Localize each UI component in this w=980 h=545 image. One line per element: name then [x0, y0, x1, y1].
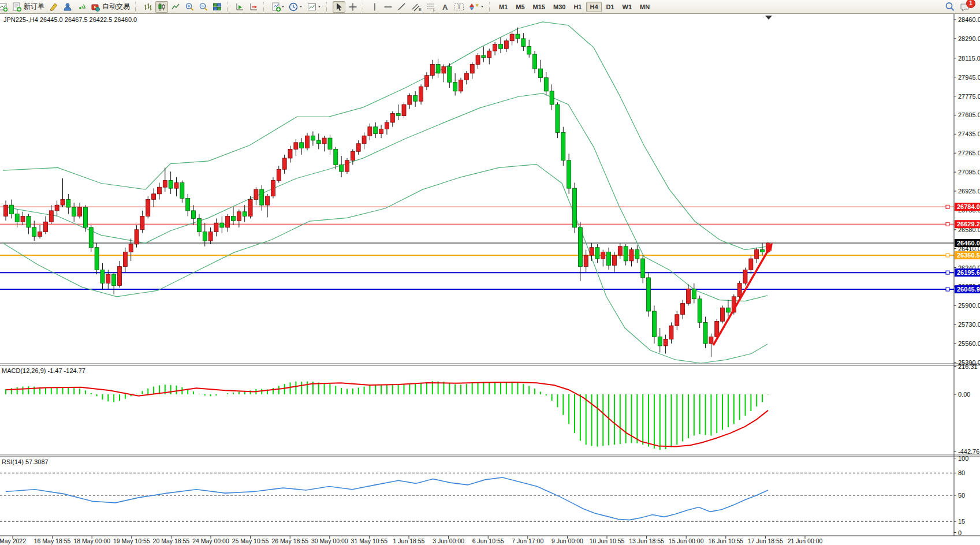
indicators-icon: [271, 2, 284, 12]
trendline-icon: [397, 2, 407, 12]
timeframe-MN[interactable]: MN: [636, 2, 653, 12]
crosshair-button[interactable]: [346, 1, 359, 13]
candle: [100, 270, 105, 283]
candle: [340, 165, 344, 172]
bars-chart-icon: [143, 2, 152, 12]
candle: [271, 181, 275, 196]
autotrading-label: 自动交易: [102, 2, 130, 12]
horizontal-line-icon: [383, 2, 393, 12]
signals-icon: [77, 2, 86, 12]
candle: [197, 218, 201, 232]
arrows-button[interactable]: [467, 1, 486, 13]
timeframe-H4[interactable]: H4: [586, 2, 601, 12]
candle: [78, 207, 82, 216]
toolbar-separator: [263, 2, 267, 12]
search-button[interactable]: [943, 1, 957, 13]
candle: [226, 216, 230, 227]
timeframe-M30[interactable]: M30: [550, 2, 569, 12]
timeframe-M15[interactable]: M15: [530, 2, 549, 12]
candle: [408, 96, 412, 104]
candle: [311, 136, 315, 140]
new-order-icon: [12, 2, 21, 12]
candle: [214, 223, 218, 232]
new-chart-button[interactable]: [0, 1, 9, 13]
candle: [32, 227, 36, 236]
line-chart-icon: [171, 2, 180, 12]
candle: [305, 136, 310, 148]
vertical-line-icon: [371, 2, 379, 12]
notifications-button[interactable]: 1: [958, 1, 972, 13]
zoom-in-button[interactable]: [183, 1, 196, 13]
cursor-button[interactable]: [333, 1, 345, 13]
terminal-button[interactable]: [61, 1, 74, 13]
candle: [180, 182, 184, 198]
channel-button[interactable]: E: [409, 1, 423, 13]
price-axis[interactable]: [954, 14, 980, 536]
candle: [72, 207, 76, 216]
zoom-out-button[interactable]: [197, 1, 210, 13]
indicators-button[interactable]: [270, 1, 286, 13]
chart-shift-icon: [249, 2, 258, 12]
candles-chart-icon: [157, 2, 166, 12]
candle: [362, 136, 366, 144]
vertical-line-button[interactable]: [369, 1, 381, 13]
candle: [726, 308, 730, 312]
candle: [243, 212, 247, 216]
periods-button[interactable]: [287, 1, 304, 13]
timeframe-D1[interactable]: D1: [603, 2, 618, 12]
text-label-button[interactable]: T: [452, 1, 466, 13]
timeframe-H1[interactable]: H1: [570, 2, 585, 12]
candle: [140, 216, 144, 230]
line-chart-button[interactable]: [169, 1, 182, 13]
metaeditor-button[interactable]: [47, 1, 60, 13]
candle: [402, 104, 406, 115]
candles-chart-button[interactable]: [155, 1, 168, 13]
candle: [624, 247, 628, 261]
macd-label: MACD(12,26,9) -1.47 -124.77: [2, 367, 85, 374]
candle: [521, 39, 526, 47]
candle: [755, 250, 759, 259]
candle: [27, 216, 31, 227]
candle: [482, 55, 486, 58]
fibonacci-button[interactable]: F: [424, 1, 438, 13]
candle: [647, 278, 651, 311]
autotrading-button[interactable]: 自动交易: [89, 1, 132, 13]
terminal-icon: [63, 2, 72, 12]
candle: [374, 127, 378, 134]
toolbar-separator: [227, 2, 231, 12]
candle: [61, 200, 65, 206]
candle: [749, 259, 753, 270]
chart-shift-button[interactable]: [247, 1, 260, 13]
tile-windows-button[interactable]: [211, 1, 223, 13]
candle: [618, 247, 622, 255]
candle: [282, 158, 286, 169]
autoscroll-button[interactable]: [233, 1, 246, 13]
autoscroll-icon: [235, 2, 244, 12]
candle: [21, 216, 25, 222]
candle: [424, 76, 428, 87]
templates-button[interactable]: [305, 1, 323, 13]
timeframe-M5[interactable]: M5: [512, 2, 528, 12]
candle: [345, 160, 349, 171]
horizontal-line-button[interactable]: [382, 1, 394, 13]
candle: [607, 252, 611, 265]
time-axis[interactable]: [0, 536, 954, 545]
trendline-button[interactable]: [396, 1, 408, 13]
timeframe-W1[interactable]: W1: [619, 2, 636, 12]
candle: [721, 308, 725, 321]
svg-text:F: F: [433, 8, 435, 12]
svg-text:T: T: [457, 3, 461, 10]
chart-new-icon: [0, 2, 8, 12]
candle: [123, 252, 127, 266]
candle: [266, 196, 270, 205]
timeframe-M1[interactable]: M1: [495, 2, 511, 12]
signals-button[interactable]: [75, 1, 88, 13]
toolbar-separator: [489, 2, 493, 12]
candle: [106, 274, 110, 283]
chart-canvas[interactable]: 28460.028290.028115.027945.027775.027605…: [0, 14, 980, 545]
new-order-button[interactable]: 新订单: [10, 1, 46, 13]
candle: [83, 207, 87, 227]
candle: [692, 289, 696, 298]
text-button[interactable]: A: [439, 1, 451, 13]
bars-chart-button[interactable]: [141, 1, 154, 13]
